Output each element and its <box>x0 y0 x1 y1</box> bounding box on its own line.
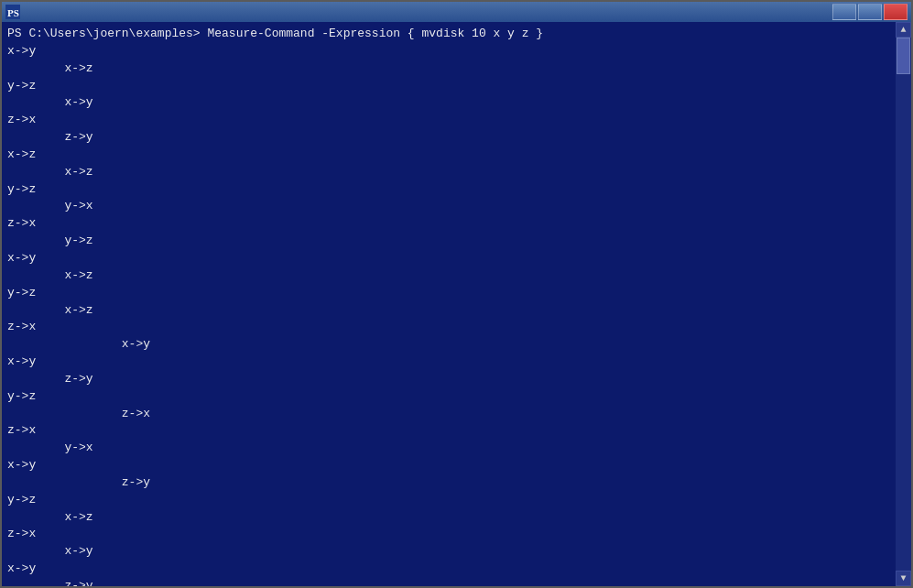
minimize-button[interactable] <box>832 4 856 20</box>
scroll-thumb[interactable] <box>897 38 910 74</box>
svg-text:PS: PS <box>7 7 19 18</box>
title-bar-buttons <box>832 4 908 20</box>
window: PS PS C:\Users\joern\examples> Measure-C… <box>0 0 913 588</box>
maximize-button[interactable] <box>858 4 882 20</box>
powershell-icon: PS <box>5 5 20 19</box>
content-area: PS C:\Users\joern\examples> Measure-Comm… <box>2 22 911 586</box>
close-button[interactable] <box>884 4 908 20</box>
scrollbar[interactable]: ▲ ▼ <box>896 22 911 586</box>
title-bar: PS <box>2 2 911 22</box>
scroll-track <box>896 38 911 571</box>
scroll-down-button[interactable]: ▼ <box>896 571 911 586</box>
terminal-output[interactable]: PS C:\Users\joern\examples> Measure-Comm… <box>2 22 896 586</box>
scroll-up-button[interactable]: ▲ <box>896 22 911 38</box>
